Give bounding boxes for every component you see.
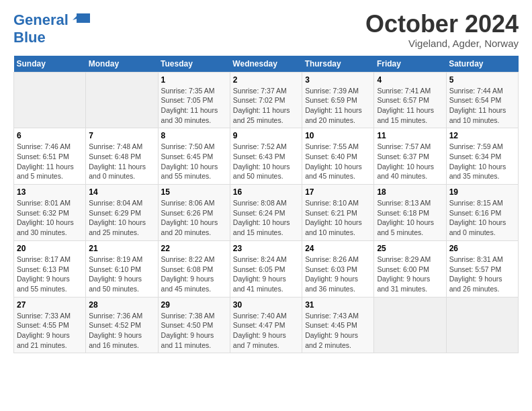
day-cell: 25Sunrise: 8:29 AM Sunset: 6:00 PM Dayli… [374, 240, 446, 297]
day-number: 3 [305, 75, 371, 85]
day-number: 24 [305, 244, 371, 253]
day-cell: 10Sunrise: 7:55 AM Sunset: 6:40 PM Dayli… [302, 128, 374, 185]
day-number: 12 [449, 131, 515, 140]
day-info: Sunrise: 7:33 AM Sunset: 4:55 PM Dayligh… [17, 312, 71, 349]
day-info: Sunrise: 8:22 AM Sunset: 6:08 PM Dayligh… [161, 255, 215, 293]
day-number: 30 [233, 300, 299, 310]
day-cell: 20Sunrise: 8:17 AM Sunset: 6:13 PM Dayli… [14, 240, 86, 297]
day-number: 1 [161, 75, 227, 85]
subtitle: Vigeland, Agder, Norway [365, 38, 519, 49]
day-number: 11 [377, 131, 443, 140]
day-number: 7 [89, 131, 154, 140]
day-cell: 17Sunrise: 8:10 AM Sunset: 6:21 PM Dayli… [302, 185, 374, 241]
day-number: 20 [17, 244, 83, 253]
day-number: 31 [305, 300, 371, 310]
day-cell: 15Sunrise: 8:06 AM Sunset: 6:26 PM Dayli… [158, 185, 230, 241]
header-day-wednesday: Wednesday [230, 56, 302, 73]
header-day-saturday: Saturday [446, 56, 518, 73]
day-number: 27 [17, 300, 83, 310]
calendar-table: SundayMondayTuesdayWednesdayThursdayFrid… [13, 56, 519, 354]
day-cell: 16Sunrise: 8:08 AM Sunset: 6:24 PM Dayli… [230, 185, 302, 241]
day-info: Sunrise: 8:01 AM Sunset: 6:32 PM Dayligh… [17, 199, 74, 236]
day-info: Sunrise: 7:48 AM Sunset: 6:48 PM Dayligh… [89, 142, 146, 180]
day-info: Sunrise: 7:40 AM Sunset: 4:47 PM Dayligh… [233, 312, 287, 349]
logo-icon [71, 11, 93, 30]
day-cell: 31Sunrise: 7:43 AM Sunset: 4:45 PM Dayli… [302, 297, 374, 353]
day-info: Sunrise: 7:57 AM Sunset: 6:37 PM Dayligh… [377, 142, 434, 180]
day-info: Sunrise: 8:26 AM Sunset: 6:03 PM Dayligh… [305, 255, 359, 293]
day-cell: 7Sunrise: 7:48 AM Sunset: 6:48 PM Daylig… [86, 128, 158, 185]
day-cell: 24Sunrise: 8:26 AM Sunset: 6:03 PM Dayli… [302, 240, 374, 297]
day-cell [374, 297, 446, 353]
day-cell: 4Sunrise: 7:41 AM Sunset: 6:57 PM Daylig… [374, 72, 446, 128]
header-day-monday: Monday [86, 56, 158, 73]
day-number: 15 [161, 187, 227, 197]
day-number: 13 [17, 187, 83, 197]
day-number: 5 [449, 75, 515, 85]
day-info: Sunrise: 7:39 AM Sunset: 6:59 PM Dayligh… [305, 87, 362, 124]
day-info: Sunrise: 7:55 AM Sunset: 6:40 PM Dayligh… [305, 142, 362, 180]
day-cell: 29Sunrise: 7:38 AM Sunset: 4:50 PM Dayli… [158, 297, 230, 353]
day-cell: 8Sunrise: 7:50 AM Sunset: 6:45 PM Daylig… [158, 128, 230, 185]
day-info: Sunrise: 8:06 AM Sunset: 6:26 PM Dayligh… [161, 199, 218, 236]
day-number: 4 [377, 75, 443, 85]
day-cell: 13Sunrise: 8:01 AM Sunset: 6:32 PM Dayli… [14, 185, 86, 241]
day-number: 25 [377, 244, 443, 253]
day-cell: 23Sunrise: 8:24 AM Sunset: 6:05 PM Dayli… [230, 240, 302, 297]
header: General Blue October 2024 Vigeland, Agde… [13, 11, 519, 49]
day-info: Sunrise: 8:04 AM Sunset: 6:29 PM Dayligh… [89, 199, 146, 236]
day-info: Sunrise: 7:41 AM Sunset: 6:57 PM Dayligh… [377, 87, 434, 124]
day-info: Sunrise: 8:15 AM Sunset: 6:16 PM Dayligh… [449, 199, 506, 236]
day-cell [86, 72, 158, 128]
day-number: 10 [305, 131, 371, 140]
week-row-1: 1Sunrise: 7:35 AM Sunset: 7:05 PM Daylig… [14, 72, 519, 128]
day-info: Sunrise: 7:36 AM Sunset: 4:52 PM Dayligh… [89, 312, 142, 349]
day-cell: 6Sunrise: 7:46 AM Sunset: 6:51 PM Daylig… [14, 128, 86, 185]
main-title: October 2024 [365, 11, 519, 38]
header-day-thursday: Thursday [302, 56, 374, 73]
day-info: Sunrise: 7:35 AM Sunset: 7:05 PM Dayligh… [161, 87, 218, 124]
day-number: 14 [89, 187, 154, 197]
svg-marker-0 [73, 13, 90, 23]
day-cell: 11Sunrise: 7:57 AM Sunset: 6:37 PM Dayli… [374, 128, 446, 185]
day-number: 6 [17, 131, 83, 140]
day-number: 2 [233, 75, 299, 85]
day-cell [14, 72, 86, 128]
day-cell: 3Sunrise: 7:39 AM Sunset: 6:59 PM Daylig… [302, 72, 374, 128]
title-block: October 2024 Vigeland, Agder, Norway [365, 11, 519, 49]
day-cell: 5Sunrise: 7:44 AM Sunset: 6:54 PM Daylig… [446, 72, 518, 128]
day-number: 17 [305, 187, 371, 197]
day-number: 16 [233, 187, 299, 197]
header-day-friday: Friday [374, 56, 446, 73]
logo-text: General [13, 12, 69, 28]
day-info: Sunrise: 7:37 AM Sunset: 7:02 PM Dayligh… [233, 87, 290, 124]
day-cell: 9Sunrise: 7:52 AM Sunset: 6:43 PM Daylig… [230, 128, 302, 185]
day-info: Sunrise: 7:52 AM Sunset: 6:43 PM Dayligh… [233, 142, 290, 180]
day-cell: 26Sunrise: 8:31 AM Sunset: 5:57 PM Dayli… [446, 240, 518, 297]
day-cell: 28Sunrise: 7:36 AM Sunset: 4:52 PM Dayli… [86, 297, 158, 353]
day-info: Sunrise: 8:19 AM Sunset: 6:10 PM Dayligh… [89, 255, 142, 293]
day-cell: 19Sunrise: 8:15 AM Sunset: 6:16 PM Dayli… [446, 185, 518, 241]
day-number: 28 [89, 300, 154, 310]
logo: General Blue [13, 11, 93, 46]
day-cell: 18Sunrise: 8:13 AM Sunset: 6:18 PM Dayli… [374, 185, 446, 241]
day-number: 19 [449, 187, 515, 197]
day-info: Sunrise: 7:59 AM Sunset: 6:34 PM Dayligh… [449, 142, 506, 180]
day-info: Sunrise: 8:10 AM Sunset: 6:21 PM Dayligh… [305, 199, 362, 236]
week-row-5: 27Sunrise: 7:33 AM Sunset: 4:55 PM Dayli… [14, 297, 519, 353]
header-day-sunday: Sunday [14, 56, 86, 73]
day-number: 21 [89, 244, 154, 253]
day-number: 29 [161, 300, 227, 310]
day-info: Sunrise: 7:46 AM Sunset: 6:51 PM Dayligh… [17, 142, 74, 180]
day-info: Sunrise: 8:08 AM Sunset: 6:24 PM Dayligh… [233, 199, 290, 236]
day-number: 23 [233, 244, 299, 253]
day-info: Sunrise: 7:44 AM Sunset: 6:54 PM Dayligh… [449, 87, 506, 124]
day-info: Sunrise: 7:38 AM Sunset: 4:50 PM Dayligh… [161, 312, 215, 349]
logo-text2: Blue [13, 29, 46, 46]
header-day-tuesday: Tuesday [158, 56, 230, 73]
header-row: SundayMondayTuesdayWednesdayThursdayFrid… [14, 56, 519, 73]
day-cell: 2Sunrise: 7:37 AM Sunset: 7:02 PM Daylig… [230, 72, 302, 128]
day-number: 26 [449, 244, 515, 253]
day-number: 22 [161, 244, 227, 253]
day-info: Sunrise: 7:43 AM Sunset: 4:45 PM Dayligh… [305, 312, 359, 349]
